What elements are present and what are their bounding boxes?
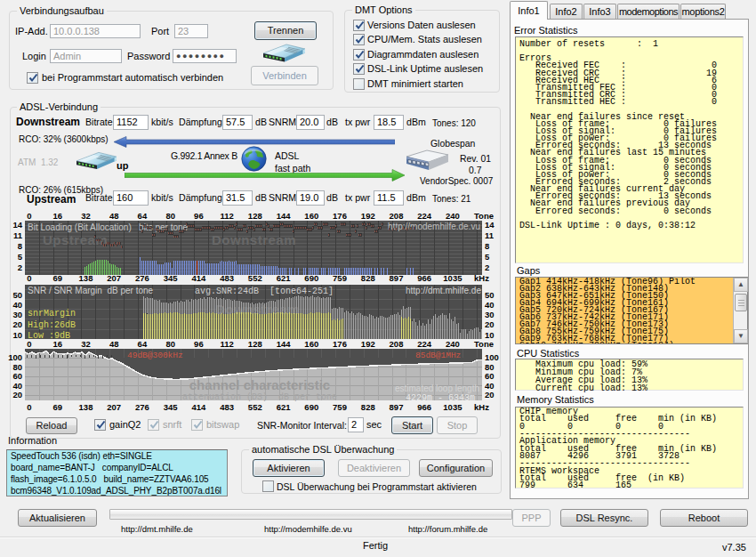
svg-text:Low :9dB: Low :9dB: [28, 331, 70, 341]
svg-text:144: 144: [277, 339, 292, 349]
svg-text:414: 414: [191, 402, 206, 412]
svg-text:32: 32: [81, 339, 91, 349]
svg-text:High:26dB: High:26dB: [28, 320, 76, 330]
svg-text:208: 208: [390, 339, 404, 349]
svg-text:128: 128: [248, 339, 262, 349]
svg-text:80: 80: [165, 339, 175, 349]
svg-text:30: 30: [12, 310, 22, 319]
svg-text:690: 690: [304, 402, 318, 412]
svg-text:759: 759: [333, 402, 347, 412]
svg-text:48: 48: [109, 211, 119, 221]
svg-text:276: 276: [135, 402, 149, 412]
svg-text:49dB@300kHz: 49dB@300kHz: [127, 351, 183, 360]
svg-text:0: 0: [27, 402, 31, 412]
svg-text:240: 240: [446, 339, 460, 349]
svg-text:16: 16: [52, 211, 62, 221]
svg-text:14: 14: [485, 220, 495, 230]
svg-text:176: 176: [333, 211, 347, 221]
svg-text:100: 100: [8, 352, 22, 362]
svg-text:48: 48: [109, 339, 119, 349]
svg-text:64: 64: [138, 339, 148, 349]
svg-text:207: 207: [107, 402, 121, 412]
svg-text:avg.SNR:24dB [tone64-251]: avg.SNR:24dB [tone64-251]: [195, 287, 334, 296]
svg-text:kHz: kHz: [474, 402, 489, 412]
svg-text:11: 11: [485, 230, 495, 240]
svg-text:69: 69: [52, 402, 62, 412]
svg-text:966: 966: [417, 273, 431, 283]
svg-text:20: 20: [12, 319, 22, 329]
svg-text:40: 40: [485, 381, 495, 391]
svg-text:32: 32: [81, 211, 91, 221]
svg-text:http://modemhilfe.de.vu: http://modemhilfe.de.vu: [388, 222, 480, 231]
svg-text:Bit Loading (Bit Allocation): Bit Loading (Bit Allocation) bits per to…: [28, 222, 189, 232]
svg-text:345: 345: [164, 402, 179, 412]
svg-text:5: 5: [485, 252, 490, 262]
svg-text:128: 128: [248, 211, 262, 221]
svg-text:10: 10: [12, 330, 22, 340]
svg-text:snrMargin: snrMargin: [28, 309, 76, 319]
svg-text:kHz: kHz: [474, 273, 489, 283]
svg-text:40: 40: [12, 381, 22, 391]
svg-text:Downstream: Downstream: [212, 232, 296, 247]
svg-text:96: 96: [194, 339, 204, 349]
svg-text:80: 80: [165, 211, 175, 221]
svg-text:64: 64: [138, 211, 148, 221]
svg-text:208: 208: [390, 211, 404, 221]
svg-text:4229m - 6343m: 4229m - 6343m: [406, 393, 475, 403]
svg-text:483: 483: [220, 402, 234, 412]
svg-text:SNR / SNR Margin dB per tone: SNR / SNR Margin dB per tone: [28, 286, 154, 295]
svg-text:160: 160: [304, 339, 318, 349]
svg-text:estimated loop length: estimated loop length: [395, 383, 479, 393]
svg-text:192: 192: [361, 211, 375, 221]
svg-text:621: 621: [277, 402, 292, 412]
svg-text:Tone: Tone: [474, 339, 494, 349]
svg-text:144: 144: [277, 211, 292, 221]
svg-text:80: 80: [485, 362, 495, 372]
svg-text:96: 96: [194, 211, 204, 221]
svg-text:channel characteristic: channel characteristic: [189, 377, 330, 392]
svg-text:50: 50: [485, 290, 495, 300]
svg-text:11: 11: [13, 230, 23, 240]
svg-text:224: 224: [417, 211, 432, 221]
svg-text:http://dmt.mhilfe.de: http://dmt.mhilfe.de: [406, 286, 481, 295]
svg-text:40: 40: [485, 300, 495, 310]
svg-text:224: 224: [417, 339, 432, 349]
svg-text:160: 160: [304, 211, 318, 221]
svg-text:60: 60: [485, 371, 495, 381]
svg-text:2: 2: [485, 262, 489, 272]
svg-text:20: 20: [485, 390, 495, 400]
svg-text:40: 40: [12, 300, 22, 310]
svg-text:0: 0: [27, 273, 31, 283]
svg-text:20: 20: [485, 319, 495, 329]
svg-text:14: 14: [12, 220, 22, 230]
svg-text:552: 552: [248, 402, 262, 412]
svg-text:100: 100: [485, 352, 499, 362]
svg-text:8: 8: [18, 241, 22, 251]
svg-text:50: 50: [12, 290, 22, 300]
svg-text:966: 966: [417, 402, 431, 412]
svg-text:240: 240: [446, 211, 460, 221]
svg-text:85dB@1MHz: 85dB@1MHz: [415, 351, 461, 360]
svg-text:897: 897: [390, 402, 404, 412]
svg-text:176: 176: [333, 339, 347, 349]
svg-text:10: 10: [485, 330, 495, 340]
svg-text:8: 8: [485, 241, 489, 251]
svg-text:138: 138: [79, 402, 93, 412]
svg-text:0: 0: [27, 211, 31, 221]
svg-text:897: 897: [390, 273, 404, 283]
svg-text:5: 5: [18, 252, 23, 262]
svg-text:828: 828: [361, 402, 375, 412]
svg-text:2: 2: [18, 262, 22, 272]
svg-text:192: 192: [361, 339, 375, 349]
svg-text:80: 80: [12, 362, 22, 372]
svg-text:20: 20: [12, 390, 22, 400]
svg-text:1035: 1035: [443, 402, 462, 412]
svg-text:60: 60: [12, 371, 22, 381]
svg-text:69: 69: [52, 273, 62, 283]
svg-text:attenuation (DS) dB per tone: attenuation (DS) dB per tone: [182, 392, 337, 402]
svg-text:112: 112: [220, 211, 233, 221]
svg-text:30: 30: [485, 310, 495, 319]
svg-text:1035: 1035: [443, 273, 462, 283]
svg-text:112: 112: [220, 339, 233, 349]
